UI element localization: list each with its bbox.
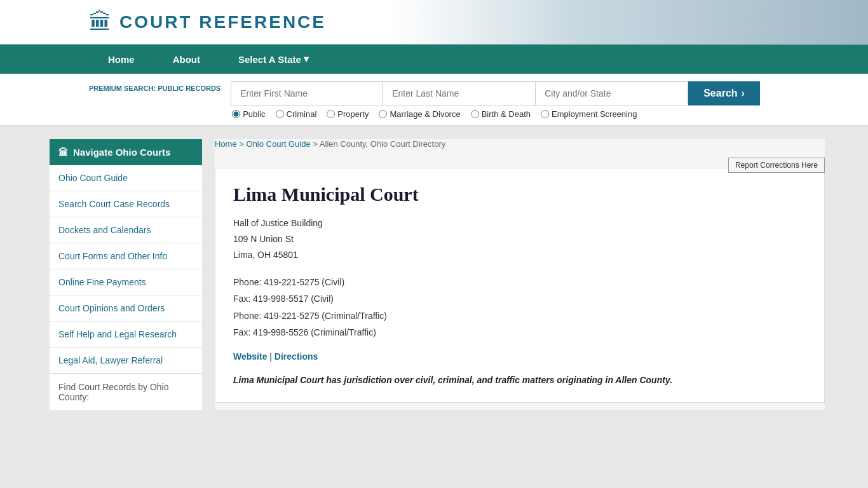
search-button[interactable]: Search › — [688, 81, 760, 105]
logo-area[interactable]: 🏛 COURT REFERENCE — [89, 9, 326, 36]
radio-birth[interactable]: Birth & Death — [471, 109, 531, 119]
address-line3: Lima, OH 45801 — [233, 247, 806, 263]
search-inputs: Search › — [231, 81, 760, 105]
chevron-right-icon: › — [742, 88, 745, 99]
court-description: Lima Municipal Court has jurisdiction ov… — [233, 373, 806, 387]
phone-criminal: Phone: 419-221-5275 (Criminal/Traffic) — [233, 308, 806, 325]
sidebar-item-forms[interactable]: Court Forms and Other Info — [50, 243, 202, 269]
radio-employment[interactable]: Employment Screening — [541, 109, 637, 119]
sidebar-item-legal-aid[interactable]: Legal Aid, Lawyer Referral — [50, 348, 202, 374]
search-fields: Search › Public Criminal Property Marria… — [231, 81, 760, 119]
content-area: Home > Ohio Court Guide > Allen County, … — [215, 139, 825, 410]
breadcrumb: Home > Ohio Court Guide > Allen County, … — [215, 139, 825, 149]
breadcrumb-current: Allen County, Ohio Court Directory — [320, 139, 445, 149]
report-corrections-button[interactable]: Report Corrections Here — [728, 158, 825, 173]
court-icon: 🏛 — [58, 147, 68, 158]
sidebar-item-search-records[interactable]: Search Court Case Records — [50, 191, 202, 217]
directions-link[interactable]: Directions — [275, 351, 318, 362]
main-content: 🏛 Navigate Ohio Courts Ohio Court Guide … — [43, 126, 825, 423]
radio-options: Public Criminal Property Marriage & Divo… — [231, 109, 760, 119]
address-line1: Hall of Justice Building — [233, 215, 806, 231]
fax-criminal: Fax: 419-998-5526 (Criminal/Traffic) — [233, 324, 806, 341]
court-card: Lima Municipal Court Hall of Justice Bui… — [215, 168, 825, 403]
radio-criminal[interactable]: Criminal — [276, 109, 317, 119]
address-line2: 109 N Union St — [233, 231, 806, 247]
search-bar: PREMIUM SEARCH: PUBLIC RECORDS Search › … — [0, 74, 868, 126]
sidebar-nav-header: 🏛 Navigate Ohio Courts — [50, 139, 202, 165]
chevron-down-icon: ▾ — [304, 53, 309, 65]
fax-civil: Fax: 419-998-5517 (Civil) — [233, 290, 806, 308]
website-link[interactable]: Website — [233, 351, 267, 362]
sidebar: 🏛 Navigate Ohio Courts Ohio Court Guide … — [50, 139, 202, 410]
first-name-input[interactable] — [231, 81, 383, 105]
link-separator: | — [269, 351, 275, 362]
logo-icon: 🏛 — [89, 9, 112, 36]
radio-marriage[interactable]: Marriage & Divorce — [379, 109, 460, 119]
court-phone: Phone: 419-221-5275 (Civil) Fax: 419-998… — [233, 274, 806, 341]
phone-civil: Phone: 419-221-5275 (Civil) — [233, 274, 806, 291]
court-name: Lima Municipal Court — [233, 184, 806, 205]
header-background — [391, 0, 868, 44]
nav-about[interactable]: About — [154, 44, 219, 74]
court-links: Website | Directions — [233, 351, 806, 362]
radio-public[interactable]: Public — [232, 109, 265, 119]
sidebar-item-opinions[interactable]: Court Opinions and Orders — [50, 295, 202, 322]
sidebar-item-dockets[interactable]: Dockets and Calendars — [50, 217, 202, 243]
logo-text: COURT REFERENCE — [119, 12, 326, 32]
court-address: Hall of Justice Building 109 N Union St … — [233, 215, 806, 264]
site-header: 🏛 COURT REFERENCE — [0, 0, 868, 44]
nav-state[interactable]: Select A State ▾ — [219, 44, 328, 74]
sidebar-item-ohio-court-guide[interactable]: Ohio Court Guide — [50, 165, 202, 191]
find-records-label: Find Court Records by Ohio County: — [50, 374, 202, 410]
radio-property[interactable]: Property — [327, 109, 369, 119]
sidebar-item-fines[interactable]: Online Fine Payments — [50, 269, 202, 295]
breadcrumb-ohio[interactable]: Ohio Court Guide — [247, 139, 311, 149]
city-state-input[interactable] — [536, 81, 688, 105]
last-name-input[interactable] — [383, 81, 536, 105]
premium-label: PREMIUM SEARCH: PUBLIC RECORDS — [89, 81, 220, 93]
breadcrumb-home[interactable]: Home — [215, 139, 237, 149]
sidebar-item-self-help[interactable]: Self Help and Legal Research — [50, 322, 202, 348]
nav-home[interactable]: Home — [89, 44, 154, 74]
main-nav: Home About Select A State ▾ — [0, 44, 868, 74]
